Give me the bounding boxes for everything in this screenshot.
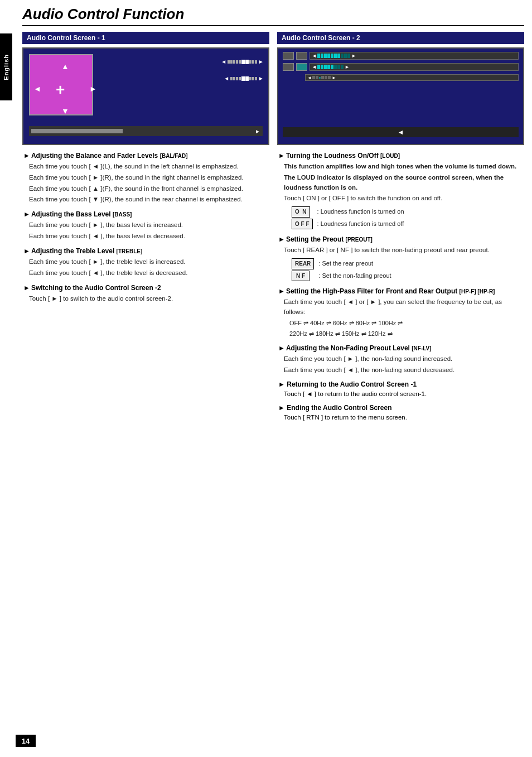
sidebar-label-text: English	[3, 54, 9, 80]
screen2-left-arrow-icon: ◄	[398, 128, 404, 136]
adjusting-bass-title: ►Adjusting the Bass Level [BASS]	[23, 209, 268, 219]
sidebar-english-label: English	[0, 33, 12, 100]
play-button-icon: ►	[255, 128, 260, 134]
page-number: 14	[16, 735, 36, 747]
adjusting-bass-body: Each time you touch [ ► ], the bass leve…	[29, 220, 268, 242]
section-arrow-icon-2: ►	[23, 210, 30, 218]
section-arrow-icon-5: ►	[278, 152, 285, 160]
screen2-row-2: ◄ ►	[283, 63, 519, 71]
off-indicator: O F F	[292, 219, 313, 230]
loudness-indicator-table: O N : Loudness function is turned on O F…	[289, 206, 407, 230]
right-column: Audio Control Screen - 2 ◄	[277, 32, 524, 426]
adjusting-balance-body: Each time you touch [ ◄ ](L), the sound …	[29, 162, 268, 205]
on-indicator: O N	[292, 206, 310, 218]
nonfading-body: Each time you touch [ ► ], the non-fadin…	[284, 354, 523, 375]
left-section-body: ►Adjusting the Balance and Fader Levels …	[22, 151, 269, 303]
screen2-row-3: ◄ ►	[305, 74, 519, 81]
freq-line-2: 220Hz ⇌ 180Hz ⇌ 150Hz ⇌ 120Hz ⇌	[289, 329, 523, 339]
slider-row-2: ◄ ►	[224, 75, 264, 81]
section-arrow-icon-7: ►	[278, 287, 285, 295]
high-pass-title: ►Setting the High-Pass Filter for Front …	[278, 286, 523, 296]
ending-body: Touch [ RTN ] to return to the menu scre…	[284, 413, 523, 422]
slider-row-1: ◄ ►	[221, 59, 264, 65]
high-pass-section: ►Setting the High-Pass Filter for Front …	[278, 286, 523, 339]
nonfading-section: ►Adjusting the Non-Fading Preout Level […	[278, 343, 523, 375]
loudness-section: ►Turning the Loudness On/Off [LOUD] This…	[278, 151, 523, 230]
screen2-bottom-bar: ◄	[283, 127, 519, 137]
two-column-layout: Audio Control Screen - 1 + ▲ ▼ ◄ ► ◄	[22, 32, 524, 426]
slider-left-arrow-1: ◄	[221, 59, 226, 65]
adjusting-bass-section: ►Adjusting the Bass Level [BASS] Each ti…	[23, 209, 268, 242]
returning-body: Touch [ ◄ ] to return to the audio contr…	[284, 389, 523, 399]
arrow-down-icon: ▼	[61, 107, 69, 115]
right-section-header: Audio Control Screen - 2	[277, 32, 524, 44]
preout-body: Touch [ REAR ] or [ NF ] to switch the n…	[284, 245, 523, 282]
switching-body: Touch [ ► ] to switch to the audio contr…	[29, 294, 268, 304]
rear-indicator: REAR	[292, 258, 314, 269]
fader-box: + ▲ ▼ ◄ ►	[29, 54, 93, 115]
returning-title: ► Returning to the Audio Control Screen …	[278, 379, 523, 389]
returning-section: ► Returning to the Audio Control Screen …	[278, 379, 523, 399]
preout-title: ►Setting the Preout [PREOUT]	[278, 234, 523, 244]
switching-section: ►Switching to the Audio Control Screen -…	[23, 283, 268, 304]
slider-track-2	[230, 76, 257, 81]
main-content: Audio Control Function Audio Control Scr…	[14, 0, 532, 442]
nf-indicator: N F	[292, 271, 309, 282]
left-column: Audio Control Screen - 1 + ▲ ▼ ◄ ► ◄	[22, 32, 269, 426]
loudness-body: This function amplifies low and high ton…	[284, 162, 523, 230]
arrow-right-icon: ►	[89, 84, 97, 93]
adjusting-treble-title: ►Adjusting the Treble Level [TREBLE]	[23, 246, 268, 256]
slider-track-1	[228, 60, 257, 64]
section-arrow-icon-9: ►	[278, 380, 285, 388]
adjusting-balance-section: ►Adjusting the Balance and Fader Levels …	[23, 151, 268, 205]
section-arrow-icon-6: ►	[278, 235, 285, 243]
arrow-up-icon: ▲	[61, 62, 69, 71]
preout-section: ►Setting the Preout [PREOUT] Touch [ REA…	[278, 234, 523, 282]
arrow-left-icon: ◄	[33, 84, 41, 93]
ending-section: ► Ending the Audio Control Screen Touch …	[278, 403, 523, 422]
slider-right-arrow-1: ►	[258, 59, 264, 65]
progress-bar	[31, 129, 123, 133]
section-arrow-icon-10: ►	[278, 404, 285, 412]
slider-right-arrow-2: ►	[258, 75, 264, 81]
section-arrow-icon-4: ►	[23, 284, 30, 292]
right-section-body: ►Turning the Loudness On/Off [LOUD] This…	[277, 151, 524, 422]
adjusting-balance-title: ►Adjusting the Balance and Fader Levels …	[23, 151, 268, 161]
preout-indicator-table: REAR : Set the rear preout N F : Set the…	[289, 258, 394, 282]
section-arrow-icon-8: ►	[278, 344, 285, 352]
screen2-row-1: ◄ ►	[283, 52, 519, 60]
section-arrow-icon: ►	[23, 152, 30, 160]
screen-diagram-2: ◄ ►	[277, 47, 524, 145]
high-pass-body: Each time you touch [ ◄ ] or [ ► ], you …	[284, 297, 523, 339]
switching-title: ►Switching to the Audio Control Screen -…	[23, 283, 268, 293]
freq-line-1: OFF ⇌ 40Hz ⇌ 60Hz ⇌ 80Hz ⇌ 100Hz ⇌	[289, 319, 523, 328]
left-section-header: Audio Control Screen - 1	[22, 32, 269, 44]
section-arrow-icon-3: ►	[23, 247, 30, 255]
nonfading-title: ►Adjusting the Non-Fading Preout Level […	[278, 343, 523, 353]
loudness-title: ►Turning the Loudness On/Off [LOUD]	[278, 151, 523, 161]
bottom-bar-1: ►	[29, 126, 263, 136]
adjusting-treble-body: Each time you touch [ ► ], the treble le…	[29, 257, 268, 278]
adjusting-treble-section: ►Adjusting the Treble Level [TREBLE] Eac…	[23, 246, 268, 278]
ending-title: ► Ending the Audio Control Screen	[278, 403, 523, 413]
page-title: Audio Control Function	[22, 6, 524, 26]
slider-left-arrow-2: ◄	[224, 75, 229, 81]
fader-plus-icon: +	[56, 81, 65, 99]
screen-diagram-1: + ▲ ▼ ◄ ► ◄	[22, 47, 269, 145]
